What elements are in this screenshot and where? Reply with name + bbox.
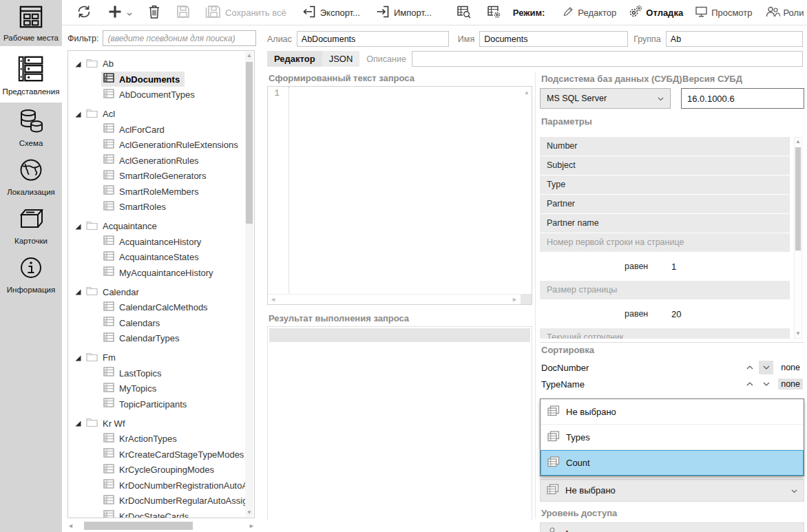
alias-input[interactable] [297,31,449,47]
tree-item[interactable]: AbDocumentTypes [75,87,244,103]
tree-group[interactable]: Fm [75,350,244,365]
query-editor[interactable]: 1 ▲ ◄ ► [267,86,532,305]
parameter-row[interactable]: Subject [540,156,790,175]
tree-item[interactable]: LastTopics [75,365,244,381]
scroll-up-icon[interactable]: ▲ [795,138,801,146]
tab-editor[interactable]: Редактор [267,51,322,67]
tree-item[interactable]: SmartRoles [75,200,244,215]
dropdown-item[interactable]: Не выбрано [541,399,804,425]
mode-roles-button[interactable]: Роли [761,3,807,22]
sort-move-down-button[interactable] [759,377,773,391]
condition-value[interactable]: 1 [671,262,676,272]
sidebar-item-schema[interactable]: Схема [0,103,62,151]
tree-group[interactable]: Calendar [75,284,244,300]
tree-item[interactable]: MyTopics [75,381,244,397]
refresh-button[interactable] [72,1,96,24]
import-button[interactable]: Импорт... [371,2,436,23]
mode-editor-button[interactable]: Редактор [558,3,620,22]
scroll-left-icon[interactable]: ◄ [270,295,276,305]
name-input[interactable] [479,31,628,47]
query-result-grid[interactable] [267,326,532,520]
dropdown-item[interactable]: Types [541,425,804,450]
scroll-up-icon[interactable]: ▲ [524,89,530,96]
tree-item[interactable]: SmartRoleMembers [75,184,244,200]
parameter-group-row[interactable]: Номер первой строки на странице [540,233,790,252]
view-settings-button[interactable] [483,2,506,23]
sidebar-item-workplaces[interactable]: Рабочие места [0,0,62,46]
reference-combobox[interactable]: Не выбрано [540,479,804,502]
sort-move-down-button[interactable] [759,361,773,374]
tree-group[interactable]: Acl [75,106,244,122]
parameter-row[interactable]: Type [540,175,790,194]
dbms-version-input[interactable] [681,88,804,109]
editor-horizontal-scrollbar[interactable]: ◄ ► [268,294,532,304]
sidebar-item-cards[interactable]: Карточки [0,200,62,249]
tree-item[interactable]: MyAcquaintanceHistory [75,265,244,281]
expander-icon[interactable] [75,286,81,298]
save-all-button[interactable]: Сохранить всё [201,2,291,23]
group-input[interactable] [666,31,803,47]
tree-item[interactable]: KrActionTypes [75,432,244,447]
parameter-group-row[interactable]: Размер страницы [540,281,790,299]
parameter-condition-row[interactable]: равен20 [540,300,790,328]
expander-icon[interactable] [75,58,81,70]
filter-input[interactable] [103,30,256,46]
tree-vertical-scrollbar[interactable]: ▲ ▼ [245,52,253,517]
sidebar-item-information[interactable]: Информация [0,249,62,298]
tree-item[interactable]: CalendarTypes [75,331,244,347]
expander-icon[interactable] [75,352,81,364]
parameter-row[interactable]: Partner name [540,214,790,233]
tree-item[interactable]: AclGenerationRuleExtensions [75,138,244,153]
expander-icon[interactable] [75,220,81,233]
scroll-down-icon[interactable]: ▼ [795,330,801,338]
tree-item[interactable]: KrCreateCardStageTypeModes [75,447,244,462]
description-input[interactable] [412,51,803,67]
tree-item[interactable]: TopicParticipants [75,396,244,412]
tree-item[interactable]: AcquaintanceHistory [75,234,244,250]
scrollbar-thumb[interactable] [84,522,193,530]
parameters-scrollbar[interactable]: ▲ ▼ [794,137,802,339]
access-level-combobox[interactable]: Администратор [540,522,804,532]
mode-debug-button[interactable]: Отладка [625,2,687,23]
scroll-left-icon[interactable]: ◄ [67,521,74,531]
tree-item[interactable]: AcquaintanceStates [75,250,244,266]
parameter-row[interactable]: Partner [540,195,790,213]
tree-item[interactable]: AclForCard [75,122,244,138]
scroll-up-icon[interactable]: ▲ [245,52,253,60]
tree-item[interactable]: AclGenerationRules [75,153,244,169]
tree-item[interactable]: AbDocuments [75,72,244,87]
scrollbar-thumb[interactable] [795,147,801,251]
scrollbar-thumb[interactable] [246,62,253,224]
mode-view-button[interactable]: Просмотр [691,3,756,22]
condition-value[interactable]: 20 [671,309,681,319]
sort-direction-label[interactable]: none [778,362,803,373]
parameter-condition-row[interactable]: равен1 [540,253,790,280]
tree-group[interactable]: Acquaintance [75,218,244,234]
delete-button[interactable] [143,1,165,24]
tree-group[interactable]: Ab [75,56,244,72]
parameter-group-row[interactable]: Текущий сотрудник [540,328,790,339]
sort-direction-label[interactable]: none [778,379,803,390]
scroll-right-icon[interactable]: ► [249,521,255,531]
dbms-combobox[interactable]: MS SQL Server [540,88,671,109]
dropdown-item[interactable]: Count [541,450,804,476]
add-button[interactable] [103,1,136,24]
sidebar-item-localization[interactable]: Локализация [0,151,62,200]
scroll-right-icon[interactable]: ► [512,295,518,305]
tree-item[interactable]: KrDocNumberRegistrationAutoA [75,478,244,493]
view-search-button[interactable] [452,2,476,23]
tree-item[interactable]: SmartRoleGenerators [75,169,244,184]
tree-item[interactable]: Calendars [75,315,244,331]
tree-item[interactable]: KrDocNumberRegularAutoAssign [75,493,244,509]
tree-item[interactable]: KrDocStateCards [75,509,244,518]
scroll-down-icon[interactable]: ▼ [245,509,253,517]
export-button[interactable]: Экспорт... [297,2,364,23]
sidebar-item-views[interactable]: Представления [0,46,62,103]
tab-json[interactable]: JSON [322,51,360,67]
tree-group[interactable]: Kr Wf [75,416,244,432]
expander-icon[interactable] [75,108,81,120]
sort-move-up-button[interactable] [742,361,757,374]
tree-horizontal-scrollbar[interactable]: ◄ ► [67,521,255,531]
save-button[interactable] [172,2,194,23]
expander-icon[interactable] [75,417,81,429]
